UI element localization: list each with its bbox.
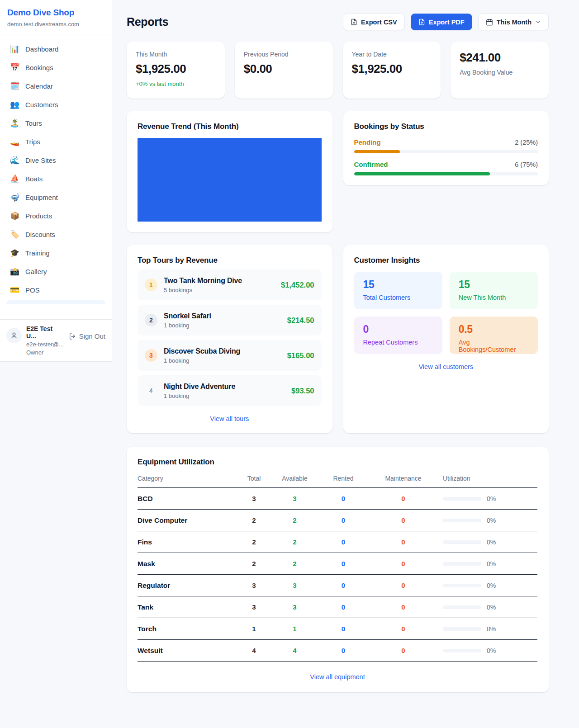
tour-name: Snorkel Safari [164,312,281,320]
tour-bookings: 1 booking [164,357,281,364]
sidebar-item-calendar[interactable]: 🗓️ Calendar [4,77,108,95]
view-all-equipment-link[interactable]: View all equipment [138,673,537,681]
total-cell: 2 [242,560,266,567]
sidebar-item-discounts[interactable]: 🏷️ Discounts [4,225,108,244]
calendar-icon [486,19,493,26]
utilization-cell: 0% [443,539,537,546]
tour-row[interactable]: 4 Night Dive Adventure 1 booking $93.50 [138,375,322,406]
maintenance-cell: 0 [364,560,443,567]
main-content: Reports Export CSV Export PDF This Month [112,0,579,711]
rented-cell: 0 [323,560,364,567]
utilization-cell: 0% [443,560,537,567]
sidebar-item-customers[interactable]: 👥 Customers [4,95,108,114]
user-section: E2E Test U... e2e-tester@... Owner Sign … [0,319,112,361]
bookings-calendar-icon: 📅 [10,63,19,72]
sidebar-item-label: Bookings [25,64,53,71]
available-cell: 2 [266,538,323,546]
tour-amount: $1,452.00 [281,281,314,289]
sidebar-item-dashboard[interactable]: 📊 Dashboard [4,40,108,58]
sidebar-item-bookings[interactable]: 📅 Bookings [4,58,108,77]
maintenance-cell: 0 [364,516,443,524]
available-cell: 3 [266,603,323,611]
column-header-maintenance: Maintenance [364,475,443,482]
table-row-dive-computer: Dive Computer 2 2 0 0 0% [138,510,537,531]
available-cell: 2 [266,560,323,567]
status-value-pending: 2 (25%) [515,139,538,146]
sidebar-item-label: Equipment [25,194,58,201]
rented-cell: 0 [323,581,364,589]
tile-value: 0.5 [459,323,529,336]
status-label-confirmed: Confirmed [354,161,388,168]
sidebar-item-equipment[interactable]: 🤿 Equipment [4,188,108,207]
total-cell: 3 [242,603,266,611]
view-all-customers-link[interactable]: View all customers [354,363,538,370]
person-icon [10,331,18,340]
revenue-trend-card: Revenue Trend (This Month) [127,111,332,232]
category-cell: Dive Computer [138,516,242,525]
sidebar-item-boats[interactable]: ⛵ Boats [4,170,108,188]
sidebar-item-label: Customers [25,101,58,109]
tile-value: 15 [363,279,433,291]
utilization-bar-track [443,497,481,501]
tour-amount: $165.00 [287,351,314,360]
tour-row[interactable]: 2 Snorkel Safari 1 booking $214.50 [138,305,322,336]
table-row-wetsuit: Wetsuit 4 4 0 0 0% [138,640,537,662]
utilization-percent: 0% [487,517,496,524]
page-title: Reports [127,15,168,28]
tour-name: Two Tank Morning Dive [164,277,275,285]
maintenance-cell: 0 [364,538,443,546]
sidebar-item-trips[interactable]: 🚤 Trips [4,132,108,151]
user-email: e2e-tester@... [26,341,64,348]
pending-bar-fill [354,150,400,153]
sidebar-item-dive-sites[interactable]: 🌊 Dive Sites [4,151,108,170]
calendar-icon: 🗓️ [10,81,19,91]
sidebar-item-label: Discounts [25,231,55,238]
available-cell: 2 [266,516,323,524]
diving-mask-icon: 🤿 [10,193,19,202]
sidebar-item-tours[interactable]: 🏝️ Tours [4,114,108,132]
tour-info: Snorkel Safari 1 booking [164,312,281,329]
sidebar-item-products[interactable]: 📦 Products [4,207,108,225]
available-cell: 1 [266,625,323,633]
sidebar-item-label: Trips [25,138,40,146]
utilization-cell: 0% [443,517,537,524]
maintenance-cell: 0 [364,647,443,654]
header-actions: Export CSV Export PDF This Month [343,14,549,30]
sidebar-item-gallery[interactable]: 📸 Gallery [4,262,108,281]
sidebar-item-training[interactable]: 🎓 Training [4,244,108,262]
package-icon: 📦 [10,211,19,221]
rented-cell: 0 [323,516,364,524]
chevron-down-icon [535,19,541,25]
sidebar-item-label: Dashboard [25,45,58,53]
sign-out-button[interactable]: Sign Out [69,332,105,340]
period-dropdown[interactable]: This Month [478,14,549,30]
sidebar-item-pos[interactable]: 💳 POS [4,281,108,299]
table-row-torch: Torch 1 1 0 0 0% [138,618,537,640]
utilization-percent: 0% [487,495,496,502]
category-cell: BCD [138,495,242,503]
column-header-category: Category [138,475,242,482]
export-csv-button[interactable]: Export CSV [343,14,405,30]
sidebar-item-label: Boats [25,175,43,183]
tour-bookings: 1 booking [164,392,285,399]
tour-row[interactable]: 3 Discover Scuba Diving 1 booking $165.0… [138,340,322,371]
tour-row[interactable]: 1 Two Tank Morning Dive 5 bookings $1,45… [138,269,322,300]
rented-cell: 0 [323,495,364,502]
user-role: Owner [26,349,64,356]
view-all-tours-link[interactable]: View all tours [138,415,322,422]
utilization-bar-track [443,627,481,631]
stats-row: This Month $1,925.00 +0% vs last month P… [127,42,549,99]
utilization-percent: 0% [487,539,496,546]
sidebar-nav: 📊 Dashboard 📅 Bookings 🗓️ Calendar 👥 Cus… [0,34,112,319]
tile-new-this-month: 15 New This Month [450,272,538,309]
customers-icon: 👥 [10,100,19,109]
export-pdf-button[interactable]: Export PDF [411,14,472,30]
sidebar-item-active-partial[interactable] [6,300,105,304]
table-row-fins: Fins 2 2 0 0 0% [138,531,537,553]
sidebar-item-label: Tours [25,119,42,127]
stat-value: $1,925.00 [352,62,432,76]
trips-boat-icon: 🚤 [10,137,19,147]
confirmed-bar-track [354,172,538,175]
tour-bookings: 1 booking [164,322,281,329]
total-cell: 2 [242,516,266,524]
